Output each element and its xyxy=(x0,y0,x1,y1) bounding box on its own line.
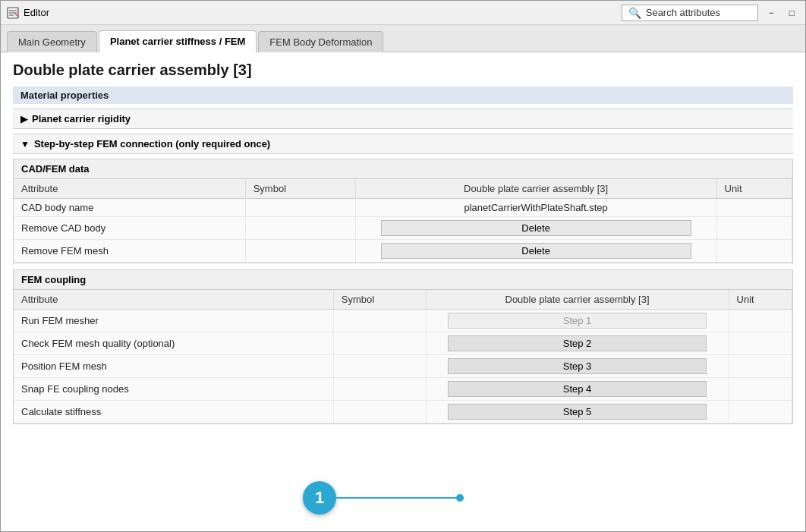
window-title: Editor xyxy=(24,7,49,18)
search-icon: 🔍 xyxy=(628,7,641,19)
symbol-run-fem-mesher xyxy=(333,310,426,332)
table-row: Remove CAD body Delete xyxy=(14,217,792,240)
table-row: Snap FE coupling nodes Step 4 xyxy=(14,378,792,401)
attr-snap-fe-coupling: Snap FE coupling nodes xyxy=(14,378,333,401)
step1-button[interactable]: Step 1 xyxy=(448,313,706,329)
cad-fem-section-title: CAD/FEM data xyxy=(14,159,792,179)
tooltip-dot xyxy=(456,494,464,502)
table-row: Remove FEM mesh Delete xyxy=(14,240,792,263)
title-bar-left: Editor xyxy=(7,7,49,19)
attr-run-fem-mesher: Run FEM mesher xyxy=(14,310,333,332)
page-title: Double plate carrier assembly [3] xyxy=(13,61,793,79)
col-unit-header-cad: Unit xyxy=(716,179,792,199)
tooltip-bubble: 1 xyxy=(303,481,336,515)
col-value-header-fem: Double plate carrier assembly [3] xyxy=(426,290,729,310)
step-by-step-label: Step-by-step FEM connection (only requir… xyxy=(34,138,270,150)
attr-position-fem-mesh: Position FEM mesh xyxy=(14,355,333,378)
collapse-arrow-steps: ▼ xyxy=(20,139,30,150)
col-unit-header-fem: Unit xyxy=(729,290,792,310)
tab-fem-body[interactable]: FEM Body Deformation xyxy=(258,31,383,52)
fem-coupling-table-header: Attribute Symbol Double plate carrier as… xyxy=(14,290,792,310)
value-remove-fem: Delete xyxy=(355,240,716,263)
step4-button[interactable]: Step 4 xyxy=(448,381,706,397)
search-bar[interactable]: 🔍 Search attributes xyxy=(622,5,758,21)
table-row: Position FEM mesh Step 3 xyxy=(14,355,792,378)
unit-run-fem-mesher xyxy=(729,310,792,332)
table-row: CAD body name planetCarrierWithPlateShaf… xyxy=(14,199,792,217)
col-value-header-cad: Double plate carrier assembly [3] xyxy=(355,179,716,199)
table-row: Calculate stiffness Step 5 xyxy=(14,401,792,423)
attr-remove-fem: Remove FEM mesh xyxy=(14,240,245,263)
unit-remove-fem xyxy=(716,240,792,263)
table-row: Check FEM mesh quality (optional) Step 2 xyxy=(14,332,792,355)
unit-snap-fe-coupling xyxy=(729,378,792,401)
editor-window: Editor 🔍 Search attributes − □ Main Geom… xyxy=(0,0,806,532)
cad-fem-table-header: Attribute Symbol Double plate carrier as… xyxy=(14,179,792,199)
col-symbol-header-cad: Symbol xyxy=(245,179,355,199)
symbol-remove-cad xyxy=(245,217,355,240)
content-area: Double plate carrier assembly [3] Materi… xyxy=(1,52,805,531)
table-row: Run FEM mesher Step 1 xyxy=(14,310,792,332)
symbol-calculate-stiffness xyxy=(333,401,426,423)
title-bar: Editor 🔍 Search attributes − □ xyxy=(1,1,805,25)
value-snap-fe-coupling: Step 4 xyxy=(426,378,729,401)
step3-button[interactable]: Step 3 xyxy=(448,358,706,374)
value-check-fem-mesh: Step 2 xyxy=(426,332,729,355)
attr-check-fem-mesh: Check FEM mesh quality (optional) xyxy=(14,332,333,355)
unit-calculate-stiffness xyxy=(729,401,792,423)
value-position-fem-mesh: Step 3 xyxy=(426,355,729,378)
unit-check-fem-mesh xyxy=(729,332,792,355)
fem-coupling-section: FEM coupling Attribute Symbol Double pla… xyxy=(13,269,793,424)
planet-carrier-rigidity-label: Planet carrier rigidity xyxy=(32,113,131,124)
fem-coupling-table: Attribute Symbol Double plate carrier as… xyxy=(14,290,792,423)
symbol-remove-fem xyxy=(245,240,355,263)
unit-position-fem-mesh xyxy=(729,355,792,378)
search-label: Search attributes xyxy=(646,7,720,18)
cad-fem-table: Attribute Symbol Double plate carrier as… xyxy=(14,179,792,263)
title-bar-right: 🔍 Search attributes − □ xyxy=(622,5,799,21)
tabs-bar: Main Geometry Planet carrier stiffness /… xyxy=(1,25,805,52)
value-calculate-stiffness: Step 5 xyxy=(426,401,729,423)
cad-fem-section: CAD/FEM data Attribute Symbol Double pla… xyxy=(13,159,793,263)
fem-coupling-section-title: FEM coupling xyxy=(14,270,792,290)
tooltip-line xyxy=(336,497,461,499)
material-properties-header: Material properties xyxy=(13,87,793,104)
attr-remove-cad: Remove CAD body xyxy=(14,217,245,240)
step5-button[interactable]: Step 5 xyxy=(448,404,706,420)
tab-main-geometry[interactable]: Main Geometry xyxy=(7,31,97,52)
delete-cad-button[interactable]: Delete xyxy=(381,220,691,236)
col-attribute-header-fem: Attribute xyxy=(14,290,333,310)
step2-button[interactable]: Step 2 xyxy=(448,335,706,351)
attr-calculate-stiffness: Calculate stiffness xyxy=(14,401,333,423)
minimize-button[interactable]: − xyxy=(764,6,779,20)
symbol-cad-body-name xyxy=(245,199,355,217)
value-cad-body-name: planetCarrierWithPlateShaft.step xyxy=(355,199,716,217)
editor-icon xyxy=(7,7,19,19)
unit-cad-body-name xyxy=(716,199,792,217)
planet-carrier-rigidity-row[interactable]: ▶ Planet carrier rigidity xyxy=(13,109,793,129)
step-by-step-row[interactable]: ▼ Step-by-step FEM connection (only requ… xyxy=(13,134,793,154)
value-run-fem-mesher: Step 1 xyxy=(426,310,729,332)
symbol-snap-fe-coupling xyxy=(333,378,426,401)
symbol-position-fem-mesh xyxy=(333,355,426,378)
unit-remove-cad xyxy=(716,217,792,240)
symbol-check-fem-mesh xyxy=(333,332,426,355)
value-remove-cad: Delete xyxy=(355,217,716,240)
col-attribute-header-cad: Attribute xyxy=(14,179,245,199)
delete-fem-button[interactable]: Delete xyxy=(381,243,691,259)
attr-cad-body-name: CAD body name xyxy=(14,199,245,217)
collapse-arrow-rigidity: ▶ xyxy=(20,114,27,124)
maximize-button[interactable]: □ xyxy=(785,6,799,20)
tab-planet-carrier[interactable]: Planet carrier stiffness / FEM xyxy=(99,30,257,52)
col-symbol-header-fem: Symbol xyxy=(333,290,426,310)
